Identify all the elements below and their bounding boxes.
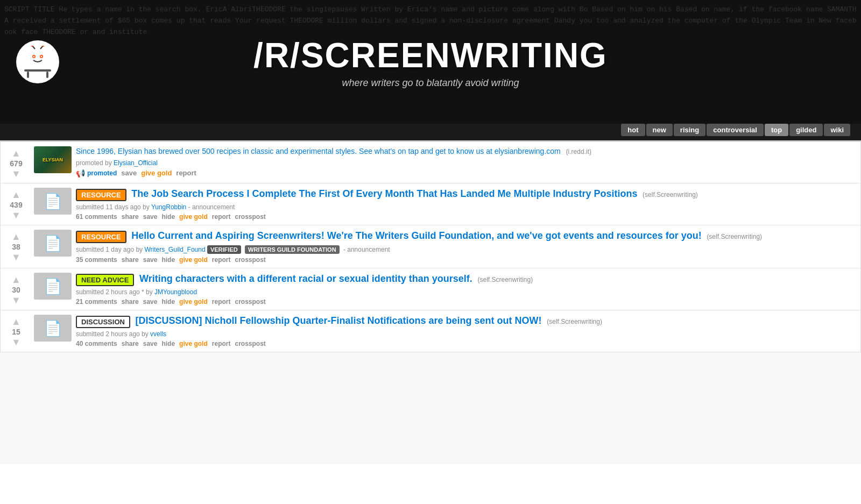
post-actions-4: 40 comments share save hide give gold re… [76, 340, 856, 347]
vote-down-3[interactable]: ▼ [11, 295, 21, 305]
action-gold-2[interactable]: give gold [179, 256, 208, 264]
vote-up-1[interactable]: ▲ [11, 190, 21, 200]
comments-link-3[interactable]: 21 comments [76, 298, 117, 306]
action-share-3[interactable]: share [122, 298, 139, 306]
thumbnail-3: 📄 [34, 273, 72, 300]
action-crosspost-3[interactable]: crosspost [235, 298, 265, 306]
post-domain-ad: (i.redd.it) [566, 148, 591, 155]
action-report-1[interactable]: report [212, 213, 231, 221]
action-share-1[interactable]: share [122, 213, 139, 221]
action-crosspost-1[interactable]: crosspost [235, 213, 265, 221]
post-author-2[interactable]: Writers_Guild_Found [144, 246, 205, 253]
site-subtitle: where writers go to blatantly avoid writ… [253, 77, 608, 89]
svg-rect-13 [27, 72, 29, 78]
vote-down-ad[interactable]: ▼ [11, 169, 21, 179]
vote-count-1: 439 [10, 201, 22, 209]
post-title-4[interactable]: [DISCUSSION] Nicholl Fellowship Quarter-… [136, 315, 542, 326]
comments-link-1[interactable]: 61 comments [76, 213, 117, 221]
vote-col-ad: ▲ 679 ▼ [3, 146, 30, 179]
action-save-4[interactable]: save [143, 340, 158, 347]
post-content-2: RESOURCE Hello Current and Aspiring Scre… [76, 230, 856, 264]
vote-up-3[interactable]: ▲ [11, 275, 21, 285]
action-crosspost-2[interactable]: crosspost [235, 256, 265, 264]
post-author-1[interactable]: YungRobbin [151, 203, 186, 211]
action-hide-1[interactable]: hide [161, 213, 175, 221]
vote-up-2[interactable]: ▲ [11, 232, 21, 242]
thumbnail-icon-1: 📄 [44, 193, 62, 210]
post-2: ▲ 38 ▼ 📄 RESOURCE Hello Current and Aspi… [0, 225, 861, 268]
vote-down-4[interactable]: ▼ [11, 337, 21, 347]
nav-item-rising[interactable]: rising [674, 124, 705, 136]
nav-item-gilded[interactable]: gilded [789, 124, 823, 136]
action-share-2[interactable]: share [122, 256, 139, 264]
action-hide-3[interactable]: hide [161, 298, 175, 306]
post-title-3[interactable]: Writing characters with a different raci… [139, 273, 472, 284]
post-meta-3: submitted 2 hours ago * by JMYoungblood [76, 288, 856, 296]
vote-down-1[interactable]: ▼ [11, 210, 21, 220]
comments-link-2[interactable]: 35 comments [76, 256, 117, 264]
flair-need-advice-3: NEED ADVICE [76, 274, 134, 286]
header-content: /R/SCREENWRITING where writers go to bla… [253, 36, 608, 89]
flair-discussion-4: DISCUSSION [76, 316, 130, 328]
verified-badge-2: VERIFIED [207, 245, 241, 254]
svg-point-4 [41, 56, 43, 58]
action-gold-ad[interactable]: give gold [141, 169, 172, 177]
post-author-4[interactable]: vvells [150, 330, 166, 338]
action-hide-2[interactable]: hide [161, 256, 175, 264]
post-meta-1: submitted 11 days ago by YungRobbin - an… [76, 203, 856, 211]
nav-item-top[interactable]: top [765, 124, 788, 136]
site-title: /R/SCREENWRITING [253, 36, 608, 75]
vote-col-2: ▲ 38 ▼ [3, 230, 30, 262]
post-1: ▲ 439 ▼ 📄 RESOURCE The Job Search Proces… [0, 183, 861, 225]
action-crosspost-4[interactable]: crosspost [235, 340, 265, 347]
post-title-ad[interactable]: Since 1996, Elysian has brewed over 500 … [76, 147, 563, 155]
vote-up-ad[interactable]: ▲ [11, 148, 21, 158]
post-title-2[interactable]: Hello Current and Aspiring Screenwriters… [131, 230, 701, 241]
nav-item-new[interactable]: new [646, 124, 673, 136]
thumbnail-icon-4: 📄 [44, 320, 62, 337]
svg-point-3 [33, 56, 35, 58]
action-save-3[interactable]: save [143, 298, 158, 306]
vote-down-2[interactable]: ▼ [11, 252, 21, 262]
nav-item-controversial[interactable]: controversial [707, 124, 764, 136]
vote-up-4[interactable]: ▲ [11, 317, 21, 326]
action-save-1[interactable]: save [143, 213, 158, 221]
flair-resource-1: RESOURCE [76, 189, 126, 201]
vote-col-1: ▲ 439 ▼ [3, 188, 30, 220]
vote-col-4: ▲ 15 ▼ [3, 315, 30, 347]
action-gold-4[interactable]: give gold [179, 340, 208, 347]
comments-link-4[interactable]: 40 comments [76, 340, 117, 347]
post-actions-2: 35 comments share save hide give gold re… [76, 256, 856, 264]
action-report-ad[interactable]: report [176, 169, 196, 177]
action-share-4[interactable]: share [122, 340, 139, 347]
mascot-svg [22, 46, 54, 78]
action-gold-3[interactable]: give gold [179, 298, 208, 306]
main-content: ▲ 679 ▼ ELYSIAN Since 1996, Elysian has … [0, 141, 861, 464]
post-meta-2: submitted 1 day ago by Writers_Guild_Fou… [76, 245, 856, 254]
action-report-3[interactable]: report [212, 298, 231, 306]
mascot-container [16, 40, 59, 83]
post-actions-1: 61 comments share save hide give gold re… [76, 213, 856, 221]
action-gold-1[interactable]: give gold [179, 213, 208, 221]
svg-rect-14 [46, 72, 48, 78]
post-title-1[interactable]: The Job Search Process I Complete The Fi… [131, 188, 637, 199]
vote-col-3: ▲ 30 ▼ [3, 273, 30, 305]
nav-item-hot[interactable]: hot [621, 124, 645, 136]
post-4: ▲ 15 ▼ 📄 DISCUSSION [DISCUSSION] Nicholl… [0, 310, 861, 352]
nav-item-wiki[interactable]: wiki [824, 124, 850, 136]
post-content-1: RESOURCE The Job Search Process I Comple… [76, 188, 856, 221]
action-report-2[interactable]: report [212, 256, 231, 264]
promoted-label: promoted [87, 169, 117, 177]
post-author-3[interactable]: JMYoungblood [154, 288, 197, 296]
action-save-2[interactable]: save [143, 256, 158, 264]
post-meta-ad: promoted by Elysian_Official [76, 159, 856, 167]
post-author-ad[interactable]: Elysian_Official [114, 159, 158, 167]
thumbnail-1: 📄 [34, 188, 72, 215]
action-save-ad[interactable]: save [121, 169, 137, 177]
action-report-4[interactable]: report [212, 340, 231, 347]
action-hide-4[interactable]: hide [161, 340, 175, 347]
thumbnail-icon-3: 📄 [44, 278, 62, 295]
svg-point-0 [29, 49, 46, 66]
post-ad: ▲ 679 ▼ ELYSIAN Since 1996, Elysian has … [0, 141, 861, 183]
post-meta-4: submitted 2 hours ago by vvells [76, 330, 856, 338]
